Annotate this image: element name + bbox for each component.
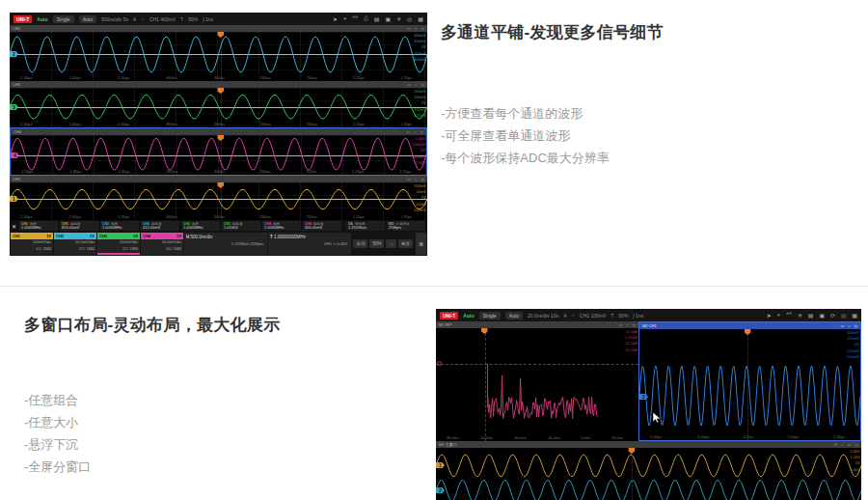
measurement-chip[interactable]: CH4频率 1.0000MHz — [262, 221, 301, 232]
channel-panel-ch1[interactable]: CH1 ▭⌕◎ 1 100mV 50mV 0V -50mV -100mV -2.… — [10, 176, 427, 220]
panel-icon[interactable]: ▭ — [407, 81, 411, 88]
measurement-chip[interactable]: CH4峰峰值 305.00mV — [303, 221, 341, 232]
window-header[interactable]: M3 主窗口 ✛⌕▭◎ — [436, 441, 861, 448]
measurement-chip[interactable]: CH1频率 1.0000MHz — [19, 221, 58, 232]
window-header-selected[interactable]: M2 CH1 ▭⌕◎ — [639, 322, 860, 329]
window-icon[interactable]: ▭ — [848, 441, 852, 448]
panel-icon[interactable]: ▭ — [407, 176, 411, 182]
window-icon[interactable]: ⌕ — [848, 322, 850, 329]
auto-button[interactable]: Auto — [505, 312, 523, 319]
toolbar-icon[interactable]: ◎ — [841, 312, 846, 319]
channel-status-box[interactable]: CH3 1X 200mV/div DC 1MΩ — [97, 233, 140, 255]
trigger-slope[interactable]: ∫ 1ns — [203, 16, 213, 22]
window-icon[interactable]: ⌕ — [841, 441, 843, 448]
h-sample-info: 1.25GSa/s 25Mpts — [186, 241, 265, 248]
measurement-chip[interactable]: CH1峰峰值 824.00mV — [60, 221, 98, 232]
time-label: -1.80μs — [68, 169, 81, 174]
panel-icon[interactable]: ◎ — [421, 25, 425, 32]
time-label: -80.0ns — [446, 435, 458, 440]
panel-icon[interactable]: ⌕ — [415, 81, 417, 88]
t-frequency: 1.00000000MHz — [274, 235, 306, 239]
toolbar-icon[interactable]: ➤ — [333, 15, 338, 22]
panel-icon[interactable]: ⌕ — [415, 176, 417, 182]
panel-icon[interactable]: ◎ — [421, 176, 425, 182]
window-icon[interactable]: ✛ — [834, 441, 837, 448]
toolbar-icon[interactable]: ▤ — [374, 15, 380, 22]
single-button[interactable]: Single — [479, 312, 501, 319]
channel-status-box[interactable]: CH1 1X 100mV/div DC 1MΩ — [11, 233, 53, 255]
toolbar-icon[interactable]: ⎙ — [364, 15, 368, 22]
toolbar-icon[interactable]: ▣ — [385, 15, 391, 22]
toolbar-icon[interactable]: ⟳ — [830, 312, 835, 319]
panel-header[interactable]: CH4 ▭⌕◎ — [11, 128, 426, 135]
single-button[interactable]: Single — [53, 15, 74, 23]
trigger-button[interactable]: 50% — [369, 239, 384, 248]
panel-header[interactable]: CH2 ▭⌕◎ — [10, 25, 427, 32]
measurement-chip[interactable]: MD存储深度 25Mpts — [387, 221, 425, 232]
window-icon[interactable]: ◎ — [633, 321, 637, 328]
toolbar-icon[interactable]: ✳ — [798, 312, 802, 319]
toolbar-icon[interactable]: ◎ — [407, 15, 412, 22]
horizontal-status-box[interactable]: H 500.0ns/div 1.25GSa/s 25Mpts — [184, 233, 267, 255]
channel-label: CH3 — [99, 234, 107, 238]
panel-header[interactable]: CH3 ▭⌕◎ — [10, 81, 427, 88]
window-fft[interactable]: M1 FFT ▭⌕◎ 12.0dB 0.00dB -12.0dB -24.0dB… — [436, 321, 638, 441]
panel-icon[interactable]: ◎ — [420, 128, 424, 135]
trigger-source-readout[interactable]: CH1 400mV — [149, 16, 176, 22]
window-icon[interactable]: ▭ — [618, 321, 622, 328]
measurement-chip[interactable]: CH3频率 1.0000MHz — [181, 221, 220, 232]
trigger-button[interactable]: ↑↓ — [386, 239, 396, 248]
timebase-readout[interactable]: 20.0ns/div 10s — [528, 313, 558, 319]
window-icons: ✛⌕▭◎ — [834, 441, 858, 448]
trigger-position[interactable]: 50% — [188, 16, 198, 22]
toolbar-icon[interactable]: ⌖ — [777, 312, 780, 319]
toolbar-icon[interactable]: ▤ — [808, 312, 814, 319]
time-label: 200ns — [260, 122, 271, 126]
measurement-chip[interactable]: CH2频率 1.0000MHz — [100, 221, 139, 232]
window-header[interactable]: M1 FFT ▭⌕◎ — [436, 321, 638, 328]
toolbar-icon[interactable]: ▣ — [819, 312, 825, 319]
trigger-button[interactable]: 单次 — [398, 239, 413, 248]
toolbar-icon[interactable]: ✳ — [396, 15, 401, 22]
measurement-chip[interactable]: SA采样率 1.25GSa/s — [346, 221, 385, 232]
channel-status-box[interactable]: CH4 1X 50.0mV/div DC 1MΩ — [141, 233, 183, 255]
window-ch1-selected[interactable]: M2 CH1 ▭⌕◎ 2 500mV 250mV 0V -250mV -500m… — [638, 321, 861, 441]
measurement-chip[interactable]: CH3峰峰值 1.0240V — [222, 221, 260, 232]
toolbar-icon[interactable]: ➤ — [767, 312, 772, 319]
toolbar-icon[interactable]: ▦ — [418, 15, 423, 22]
trigger-slope[interactable]: ∫ 1ns — [633, 313, 643, 319]
trigger-source-readout[interactable]: CH1 100mV — [580, 313, 606, 319]
trigger-button[interactable]: 自动 — [353, 239, 367, 248]
window-icon[interactable]: ▭ — [840, 322, 844, 329]
window-main[interactable]: M3 主窗口 ✛⌕▭◎ 1 2 2.00V 1.00V 0V -1.00V — [436, 441, 861, 500]
channel-status-box[interactable]: CH2 1X 50.0mV/div DC 1MΩ — [54, 233, 96, 255]
window-icon[interactable]: ◎ — [854, 322, 858, 329]
trigger-position[interactable]: 50% — [618, 313, 628, 319]
time-label: -2.30μs — [19, 214, 32, 219]
panel-icon[interactable]: ⌕ — [414, 128, 416, 135]
channel-panel-ch3[interactable]: CH3 ▭⌕◎ 3 200mV 100mV 0V -100mV -200mV -… — [10, 81, 427, 127]
time-label: 0.00s — [744, 434, 753, 439]
panel-icon[interactable]: ▭ — [406, 128, 410, 135]
toolbar-icon[interactable]: ᴬᴬ — [352, 15, 357, 22]
window-icon[interactable]: ⌕ — [626, 321, 628, 328]
close-icon[interactable]: ✕ — [12, 223, 16, 230]
window-icon[interactable]: ◎ — [855, 441, 859, 448]
toolbar-icon[interactable]: ▦ — [852, 312, 857, 319]
auto-button[interactable]: Auto — [79, 15, 96, 23]
panel-header[interactable]: CH1 ▭⌕◎ — [10, 176, 427, 182]
toolbar-icon[interactable]: ⌖ — [343, 15, 346, 22]
channel-panel-ch2[interactable]: CH2 ▭⌕◎ 2 400mV 200mV 0V -200mV -400mV -… — [10, 25, 427, 81]
more-button[interactable]: ≣ — [416, 233, 426, 255]
toolbar-icon[interactable]: ᴬᴬ — [786, 312, 791, 319]
panel-icon[interactable]: ▭ — [407, 25, 411, 32]
sine-waveform — [639, 329, 860, 440]
panel-icon[interactable]: ◎ — [421, 81, 425, 88]
section1-bullets: -方便查看每个通道的波形-可全屏查看单通道波形-每个波形保持ADC最大分辨率 — [441, 102, 610, 169]
timebase-readout[interactable]: 500ns/div 5s — [101, 16, 128, 22]
window-title: M1 FFT — [439, 321, 452, 328]
panel-icon[interactable]: ⌕ — [415, 25, 417, 32]
measurement-chip[interactable]: CH2峰峰值 412.00mV — [141, 221, 179, 232]
trigger-status-box[interactable]: T 1.00000000MHz CH1 ∿ 0.00V — [268, 233, 351, 255]
channel-panel-ch4-selected[interactable]: CH4 ▭⌕◎ 4 1.00V 500mV 0V -500mV -1.00V -… — [10, 127, 427, 176]
